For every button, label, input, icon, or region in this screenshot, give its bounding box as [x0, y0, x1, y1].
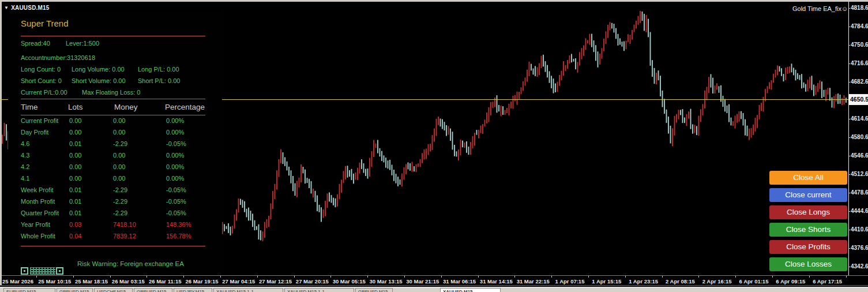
- row-lots: 0.01: [69, 209, 81, 216]
- time-tick-mark: [110, 276, 111, 278]
- chart-tab[interactable]: EURUSD,M15: [3, 288, 55, 292]
- price-tick-label: 4444.6: [851, 208, 868, 214]
- col-header-time: Time: [21, 103, 38, 111]
- long-pl: Long P/L: 0.00: [138, 66, 179, 73]
- time-tick-label: 2 Apr 16:15: [702, 278, 732, 284]
- time-tick-mark: [514, 276, 515, 278]
- time-tick-mark: [698, 276, 699, 278]
- chart-tab[interactable]: USDJPY,M15: [174, 288, 212, 292]
- smiley-icon: ☺: [841, 5, 848, 12]
- row-money: 0.00: [113, 117, 125, 124]
- time-tick-label: 1 Apr 07:15: [555, 278, 585, 284]
- time-tick-mark: [257, 276, 258, 278]
- time-tick-label: 6 Apr 01:15: [739, 278, 769, 284]
- time-tick-label: 30 Mar 05:15: [333, 278, 366, 284]
- time-tick-label: 6 Apr 17:15: [813, 278, 842, 284]
- row-lots: 0.00: [69, 163, 81, 170]
- row-label: Current Profit: [21, 117, 58, 124]
- row-lots: 0.00: [69, 175, 81, 182]
- price-tick-label: 4716.6: [851, 60, 868, 66]
- close-all-button[interactable]: Close All: [769, 171, 847, 185]
- row-label: 4.2: [21, 163, 29, 170]
- time-tick-label: 27 Mar 20:15: [296, 278, 329, 284]
- price-tick-mark: [848, 230, 850, 230]
- qr-code: [21, 267, 65, 275]
- window-border-top: [0, 0, 868, 2]
- time-tick-label: 1 Apr 23:15: [629, 278, 658, 284]
- chart-tab[interactable]: GBPUSD,M15: [355, 288, 393, 292]
- price-tick-mark: [848, 119, 850, 119]
- spread-value: Spread:40: [21, 40, 50, 47]
- price-tick-mark: [848, 63, 850, 64]
- chevron-down-icon[interactable]: ▼: [4, 5, 9, 10]
- short-pl: Short P/L: 0.00: [138, 77, 180, 84]
- row-money: 0.00: [113, 163, 125, 170]
- row-label: Day Profit: [21, 129, 48, 136]
- price-tick-label: 4614.6: [851, 115, 868, 122]
- price-tick-mark: [848, 211, 850, 212]
- row-label: Whole Profit: [21, 233, 55, 239]
- time-tick-mark: [441, 276, 442, 278]
- time-tick-label: 31 Mar 06:15: [443, 278, 476, 284]
- divider: [21, 246, 205, 246]
- row-lots: 0.01: [69, 186, 81, 193]
- row-label: Month Profit: [21, 198, 55, 205]
- row-lots: 0.03: [69, 221, 81, 228]
- price-tick-label: 4376.6: [851, 245, 868, 251]
- account-number: Accountnumber:31320618: [21, 54, 95, 61]
- price-tick-label: 4784.6: [851, 23, 868, 29]
- price-tick-mark: [848, 193, 850, 193]
- time-tick-mark: [662, 276, 663, 278]
- time-tick-mark: [73, 276, 74, 278]
- chart-tab[interactable]: GBPUSD,M15: [57, 288, 93, 292]
- divider: [21, 36, 205, 36]
- chart-tab[interactable]: XAUUSD,M15 1-1: [213, 288, 283, 292]
- mt4-window: ▼XAUUSD.M15 Gold Time EA_fix☺ Super Tren…: [0, 0, 868, 292]
- row-money: 7418.10: [113, 221, 136, 228]
- price-tick-mark: [848, 45, 850, 46]
- time-tick-mark: [330, 276, 331, 278]
- row-lots: 0.00: [69, 129, 81, 136]
- row-money: -2.29: [113, 198, 127, 205]
- row-percentage: -0.05%: [166, 198, 186, 205]
- price-tick-label: 4546.6: [851, 152, 868, 159]
- time-tick-label: 31 Mar 14:15: [480, 278, 513, 284]
- price-tick-mark: [848, 156, 850, 156]
- chart-tab[interactable]: USDCHF,M15: [94, 288, 133, 292]
- close-losses-button[interactable]: Close Losses: [769, 257, 847, 271]
- close-profits-button[interactable]: Close Profits: [769, 240, 847, 254]
- close-longs-button[interactable]: Close Longs: [769, 205, 847, 219]
- close-shorts-button[interactable]: Close Shorts: [769, 223, 847, 237]
- time-tick-label: 30 Mar 13:15: [369, 278, 402, 284]
- row-percentage: -0.05%: [166, 140, 186, 147]
- chart-tab[interactable]: GBPUSD,M15: [134, 288, 172, 292]
- time-tick-label: 30 Mar 21:15: [406, 278, 439, 284]
- time-tick-label: 27 Mar 04:15: [222, 278, 255, 284]
- price-tick-mark: [848, 174, 850, 175]
- price-axis: 4818.64784.64750.64716.64682.64614.64580…: [849, 0, 868, 275]
- price-tick-label: 4512.6: [851, 171, 868, 177]
- row-label: 4.3: [21, 152, 29, 159]
- row-percentage: 0.00%: [166, 129, 184, 136]
- time-tick-mark: [220, 276, 221, 278]
- row-lots: 0.04: [69, 233, 81, 239]
- current-pl: Current P/L:0.00: [21, 89, 67, 96]
- price-tick-label: 4682.6: [851, 78, 868, 85]
- ea-name-label: Gold Time EA_fix☺: [792, 5, 848, 12]
- row-label: 4.6: [21, 140, 29, 147]
- chart-area[interactable]: ▼XAUUSD.M15 Gold Time EA_fix☺ Super Tren…: [0, 0, 848, 275]
- time-tick-mark: [146, 276, 147, 278]
- price-tick-label: 4342.6: [851, 263, 868, 269]
- price-tick-label: 4818.6: [851, 5, 868, 11]
- close-current-button[interactable]: Close current: [769, 188, 847, 202]
- divider: [21, 115, 205, 115]
- chart-tab-active[interactable]: XAUUSD,M15: [440, 288, 501, 292]
- row-money: 0.00: [113, 129, 125, 136]
- time-tick-label: 26 Mar 11:15: [149, 278, 182, 284]
- chart-tab-bar: EURUSD,M15GBPUSD,M15USDCHF,M15GBPUSD,M15…: [0, 287, 868, 292]
- time-tick-label: 25 Mar 10:15: [38, 278, 71, 284]
- time-tick-mark: [478, 276, 479, 278]
- row-lots: 0.01: [69, 140, 81, 147]
- chart-tab[interactable]: XAUUSD,M15 1-1: [284, 288, 354, 292]
- time-tick-label: 31 Mar 22:15: [517, 278, 550, 284]
